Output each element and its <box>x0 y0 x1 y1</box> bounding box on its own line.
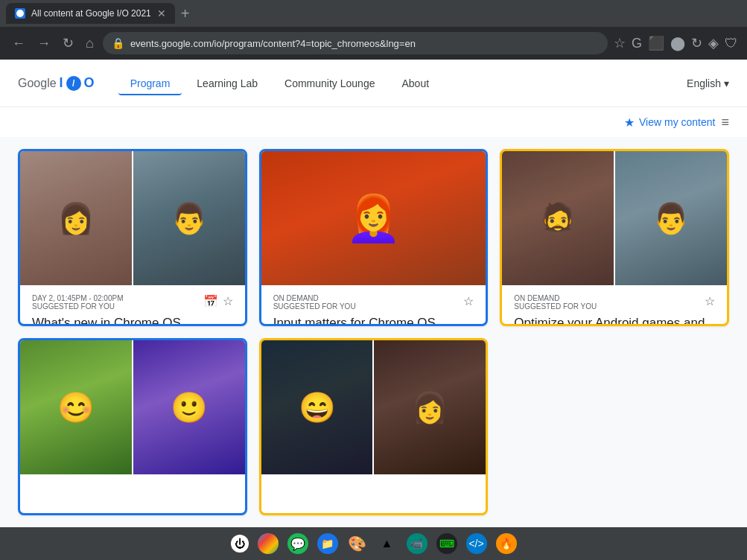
card-title: Input matters for Chrome OS <box>273 315 474 326</box>
card-title: Optimize your Android games and apps to … <box>514 315 715 326</box>
language-selector[interactable]: English ▾ <box>687 77 729 89</box>
url-text: events.google.com/io/program/content?4=t… <box>130 38 416 49</box>
tab-title: All content at Google I/O 2021 <box>31 8 151 19</box>
card-suggested: SUGGESTED FOR YOU <box>32 302 123 311</box>
taskbar-meet-icon[interactable]: 📹 <box>407 533 427 554</box>
calendar-icon[interactable]: 📅 <box>203 294 218 308</box>
card-label: DAY 2, 01:45PM - 02:00PM <box>32 294 123 302</box>
card-suggested: SUGGESTED FOR YOU <box>514 302 597 311</box>
maps-icon[interactable]: ◈ <box>708 35 719 51</box>
refresh-icon[interactable]: ↻ <box>691 35 702 51</box>
toolbar-icons: ☆ G ⬛ ⬤ ↻ ◈ 🛡 <box>614 35 738 51</box>
card-actions: ☆ <box>463 294 474 308</box>
card-thumbnail: 👩 👨 <box>20 151 245 285</box>
browser-toolbar: ← → ↻ ⌂ 🔒 events.google.com/io/program/c… <box>0 27 747 60</box>
nav-item-program[interactable]: Program <box>118 71 182 95</box>
star-button[interactable]: ☆ <box>463 294 474 308</box>
card-meta-row: ON DEMAND SUGGESTED FOR YOU ☆ <box>273 294 474 311</box>
taskbar: ⏻ 💬 📁 🎨 ▲ 📹 ⌨ </> 🔥 <box>0 527 747 560</box>
star-icon: ★ <box>624 115 635 130</box>
card-body: ON DEMAND SUGGESTED FOR YOU ☆ Optimize y… <box>502 285 727 326</box>
chevron-down-icon: ▾ <box>724 77 729 89</box>
card-whats-new-chromeos[interactable]: 👩 👨 DAY 2, 01:45PM - 02:00PM SUGGESTED F… <box>18 149 247 326</box>
svg-point-0 <box>16 10 24 17</box>
star-button[interactable]: ☆ <box>223 294 233 308</box>
card-suggested: SUGGESTED FOR YOU <box>273 302 356 311</box>
card-meta-row: DAY 2, 01:45PM - 02:00PM SUGGESTED FOR Y… <box>32 294 233 311</box>
card-meta-labels: DAY 2, 01:45PM - 02:00PM SUGGESTED FOR Y… <box>32 294 123 311</box>
lock-icon: 🔒 <box>112 37 124 49</box>
tab-close-button[interactable]: ✕ <box>157 7 166 19</box>
tab-favicon <box>15 8 25 19</box>
logo-google: Google <box>18 77 57 90</box>
person-thumb-9: 👩 <box>374 340 486 474</box>
shield-icon[interactable]: 🛡 <box>725 36 738 51</box>
taskbar-vscode-icon[interactable]: </> <box>466 533 487 554</box>
content-grid: 👩 👨 DAY 2, 01:45PM - 02:00PM SUGGESTED F… <box>0 137 747 527</box>
nav-item-about[interactable]: About <box>390 71 441 95</box>
card-thumbnail: 👩‍🦰 <box>261 151 486 285</box>
card-meta-labels: ON DEMAND SUGGESTED FOR YOU <box>273 294 356 311</box>
g-icon[interactable]: G <box>632 36 642 51</box>
profile-icon[interactable]: ⬤ <box>670 35 685 51</box>
person-thumb-3: 👩‍🦰 <box>261 151 486 285</box>
card-thumbnail: 😊 🙂 <box>20 340 245 474</box>
address-bar[interactable]: 🔒 events.google.com/io/program/content?4… <box>103 32 608 54</box>
view-my-content-button[interactable]: ★ View my content <box>624 115 715 130</box>
logo: Google I / O <box>18 75 95 91</box>
browser-tab[interactable]: All content at Google I/O 2021 ✕ <box>6 3 175 24</box>
person-thumb-1: 👩 <box>20 151 132 285</box>
app-bar: Google I / O Program Learning Lab Commun… <box>0 60 747 107</box>
card-optimize-android[interactable]: 🧔 👨 ON DEMAND SUGGESTED FOR YOU ☆ Optimi… <box>500 149 729 326</box>
language-label: English <box>687 77 721 89</box>
taskbar-messages-icon[interactable]: 💬 <box>287 533 308 554</box>
reload-button[interactable]: ↻ <box>60 32 77 54</box>
star-button[interactable]: ☆ <box>705 294 715 308</box>
taskbar-terminal-icon[interactable]: ⌨ <box>436 533 457 554</box>
nav-right: English ▾ <box>687 77 729 89</box>
view-my-content-label: View my content <box>639 116 715 128</box>
nav-menu: Program Learning Lab Community Lounge Ab… <box>118 71 687 95</box>
logo-o: O <box>84 75 95 91</box>
new-tab-button[interactable]: + <box>181 5 190 22</box>
taskbar-photos-icon[interactable]: 🎨 <box>347 533 368 554</box>
nav-item-community-lounge[interactable]: Community Lounge <box>273 71 387 95</box>
taskbar-firebase-icon[interactable]: 🔥 <box>496 533 517 554</box>
card-input-matters[interactable]: 👩‍🦰 ON DEMAND SUGGESTED FOR YOU ☆ Input … <box>259 149 489 326</box>
person-thumb-8: 😄 <box>261 340 373 474</box>
view-my-content-bar: ★ View my content ≡ <box>0 107 747 137</box>
card-actions: 📅 ☆ <box>203 294 233 308</box>
extension-icon[interactable]: ⬛ <box>648 35 664 51</box>
card-title: What's new in Chrome OS <box>32 315 233 326</box>
card-bottom-left[interactable]: 😊 🙂 <box>18 338 247 515</box>
person-thumb-7: 🙂 <box>133 340 245 474</box>
taskbar-files-icon[interactable]: 📁 <box>317 533 338 554</box>
card-thumbnail: 😄 👩 <box>261 340 486 474</box>
logo-io-circle: / <box>66 76 81 91</box>
taskbar-drive-icon[interactable]: ▲ <box>377 533 398 554</box>
browser-chrome: All content at Google I/O 2021 ✕ + <box>0 0 747 27</box>
nav-item-learning-lab[interactable]: Learning Lab <box>185 71 270 95</box>
logo-io: I <box>60 75 63 91</box>
card-label: ON DEMAND <box>273 294 356 302</box>
bookmark-icon[interactable]: ☆ <box>614 35 626 51</box>
back-button[interactable]: ← <box>9 33 28 54</box>
person-thumb-5: 👨 <box>615 151 727 285</box>
forward-button[interactable]: → <box>34 33 54 54</box>
card-body: DAY 2, 01:45PM - 02:00PM SUGGESTED FOR Y… <box>20 285 245 326</box>
card-meta-row: ON DEMAND SUGGESTED FOR YOU ☆ <box>514 294 715 311</box>
card-meta-labels: ON DEMAND SUGGESTED FOR YOU <box>514 294 597 311</box>
card-thumbnail: 🧔 👨 <box>502 151 727 285</box>
taskbar-chrome-icon[interactable] <box>258 533 279 554</box>
person-thumb-6: 😊 <box>20 340 132 474</box>
person-thumb-2: 👨 <box>133 151 245 285</box>
person-thumb-4: 🧔 <box>502 151 614 285</box>
card-body <box>20 474 245 515</box>
taskbar-power-icon[interactable]: ⏻ <box>231 535 249 553</box>
card-label: ON DEMAND <box>514 294 597 302</box>
card-body: ON DEMAND SUGGESTED FOR YOU ☆ Input matt… <box>261 285 486 326</box>
card-body <box>261 474 486 515</box>
filter-icon[interactable]: ≡ <box>721 115 729 130</box>
home-button[interactable]: ⌂ <box>83 33 97 54</box>
card-bottom-middle[interactable]: 😄 👩 <box>259 338 489 515</box>
